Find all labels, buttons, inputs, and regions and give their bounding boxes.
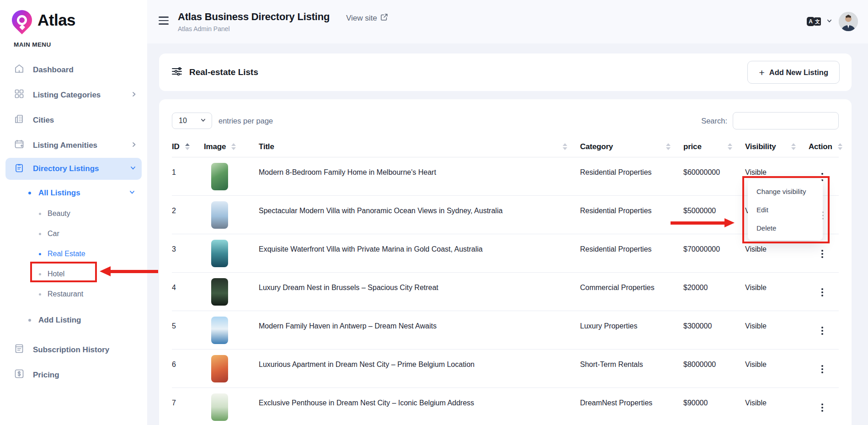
grid-icon [14, 88, 25, 102]
entries-per-page-select[interactable]: 10 [172, 113, 212, 129]
row-actions-button[interactable] [818, 248, 827, 260]
sidebar-item-add-listing[interactable]: Add Listing [0, 310, 147, 331]
column-header-image[interactable]: Image [204, 137, 259, 157]
sidebar-item-label: Subscription History [33, 345, 109, 355]
topbar: Atlas Business Directory Listing Atlas A… [147, 0, 868, 43]
sidebar-item-dashboard[interactable]: Dashboard [0, 57, 147, 82]
column-header-category[interactable]: Category [580, 137, 683, 157]
brand-logo[interactable]: Atlas [0, 0, 147, 37]
sidebar-item-pricing[interactable]: Pricing [0, 362, 147, 387]
cell-price: $20000 [683, 272, 745, 311]
row-actions-button[interactable] [818, 363, 827, 375]
sidebar-item-label: Directory Listings [33, 164, 99, 173]
add-new-listing-button[interactable]: + Add New Listing [747, 61, 840, 84]
cell-id: 4 [172, 272, 204, 311]
language-selector[interactable]: A 文 [807, 16, 832, 27]
chevron-right-icon [131, 141, 137, 150]
cell-category: Residential Properties [580, 157, 683, 195]
sort-icon [563, 143, 567, 150]
view-site-link[interactable]: View site [346, 13, 388, 23]
cell-title: Luxury Dream Nest in Brussels – Spacious… [259, 272, 580, 311]
sidebar-item-cities[interactable]: Cities [0, 108, 147, 133]
sidebar-item-label: Pricing [33, 371, 59, 380]
listings-table: ID Image Title Category price Visibility… [172, 137, 839, 425]
cell-id: 5 [172, 311, 204, 349]
cell-title: Modern Family Haven in Antwerp – Dream N… [259, 311, 580, 349]
cell-price: $300000 [683, 311, 745, 349]
sidebar-item-directory-listings[interactable]: Directory Listings [5, 158, 142, 180]
sidebar-item-label: Listing Amenities [33, 141, 97, 150]
user-avatar[interactable] [839, 12, 858, 31]
cell-image [204, 157, 259, 195]
cell-action [809, 311, 839, 349]
sidebar-subitem[interactable]: Beauty [0, 204, 147, 224]
table-header-row: ID Image Title Category price Visibility… [172, 137, 839, 157]
cell-visibility: Visible [745, 311, 809, 349]
cell-id: 1 [172, 157, 204, 195]
bullet-icon [39, 213, 41, 215]
chevron-down-icon [826, 17, 832, 26]
column-header-action[interactable]: Action [809, 137, 839, 157]
sidebar-item-listing-categories[interactable]: Listing Categories [0, 82, 147, 108]
sliders-icon [171, 65, 183, 79]
sidebar-item-subscription-history[interactable]: Subscription History [0, 337, 147, 362]
column-header-visibility[interactable]: Visibility [745, 137, 809, 157]
listing-thumbnail [211, 393, 228, 421]
cell-title: Spectacular Modern Villa with Panoramic … [259, 195, 580, 234]
sort-icon [791, 143, 796, 150]
bullet-icon [39, 293, 41, 296]
bullet-icon [28, 192, 31, 194]
sidebar-item-label: Listing Categories [33, 91, 101, 100]
table-row: 2 Spectacular Modern Villa with Panorami… [172, 195, 839, 234]
bullet-icon [28, 319, 31, 322]
annotation-box-actions-menu [742, 176, 830, 243]
app-window: Atlas MAIN MENU Dashboard Listing Catego… [0, 0, 868, 425]
cell-category: Residential Properties [580, 234, 683, 272]
topbar-right: A 文 [807, 12, 858, 31]
sidebar-subitem[interactable]: Car [0, 224, 147, 244]
external-link-icon [380, 13, 388, 23]
cell-category: Residential Properties [580, 195, 683, 234]
column-header-id[interactable]: ID [172, 137, 204, 157]
translate-icon: A [807, 17, 815, 26]
column-header-title[interactable]: Title [259, 137, 580, 157]
listings-table-panel: 10 entries per page Search: [159, 99, 852, 425]
page-subtitle: Atlas Admin Panel [178, 25, 330, 32]
annotation-arrow-real-estate [100, 266, 158, 276]
sidebar-subitem-label: Real Estate [48, 250, 85, 258]
plus-icon: + [759, 68, 764, 77]
chevron-down-icon [129, 188, 135, 198]
cell-image [204, 349, 259, 387]
panel-title: Real-estate Lists [189, 67, 258, 77]
row-actions-button[interactable] [818, 325, 827, 337]
sidebar-subitem[interactable]: Restaurant [0, 284, 147, 304]
search-label: Search: [701, 117, 727, 125]
cell-title: Exclusive Penthouse in Dream Nest City –… [259, 387, 580, 425]
clipboard-icon [14, 162, 25, 176]
sidebar-item-label: Add Listing [38, 316, 81, 325]
cell-price: $70000000 [683, 234, 745, 272]
listing-thumbnail [211, 201, 228, 229]
sidebar-subitem-label: Car [48, 230, 59, 238]
cell-image [204, 234, 259, 272]
search-input[interactable] [733, 112, 839, 129]
table-row: 1 Modern 8-Bedroom Family Home in Melbou… [172, 157, 839, 195]
cell-category: Commercial Properties [580, 272, 683, 311]
row-actions-button[interactable] [818, 402, 827, 414]
bullet-icon [39, 253, 41, 255]
view-site-label: View site [346, 14, 377, 23]
sidebar-item-listing-amenities[interactable]: Listing Amenities [0, 133, 147, 158]
column-header-price[interactable]: price [683, 137, 745, 157]
hamburger-menu-button[interactable] [158, 13, 170, 28]
cell-image [204, 272, 259, 311]
table-controls: 10 entries per page Search: [172, 112, 839, 129]
sidebar-subitem[interactable]: Real Estate [0, 244, 147, 264]
row-actions-button[interactable] [818, 286, 827, 298]
cell-price: $90000 [683, 387, 745, 425]
dollar-square-icon [14, 368, 25, 382]
annotation-box-real-estate [30, 262, 97, 282]
cell-title: Exquisite Waterfront Villa with Private … [259, 234, 580, 272]
sidebar-item-all-listings[interactable]: All Listings [0, 183, 147, 204]
cell-price: $8000000 [683, 349, 745, 387]
cell-image [204, 387, 259, 425]
